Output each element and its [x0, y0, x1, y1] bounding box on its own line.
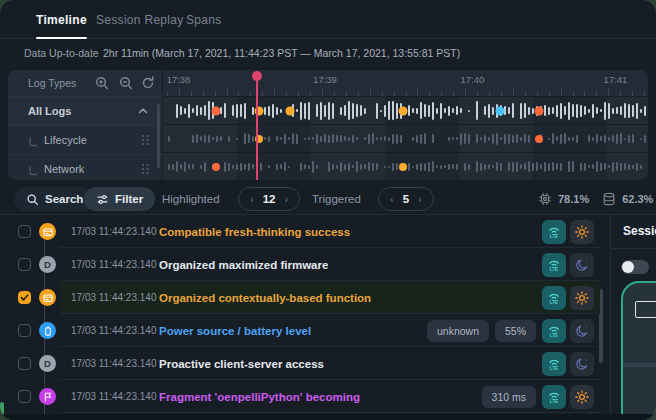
waveform-lifecycle[interactable]	[163, 125, 648, 153]
tab-spans[interactable]: Spans	[186, 0, 222, 38]
green-indicator	[0, 402, 4, 415]
log-group-all-logs[interactable]: All Logs	[8, 97, 162, 126]
waveform-network[interactable]	[163, 153, 648, 180]
tick-mark	[394, 91, 395, 96]
marker-dot[interactable]	[399, 163, 407, 171]
tick-mark	[274, 88, 275, 96]
tick-mark	[334, 91, 335, 96]
row-message[interactable]: Power source / battery level	[159, 325, 311, 337]
app-window: Timeline Session Replay Spans Data Up-to…	[0, 0, 656, 420]
log-row[interactable]: D 17/03 11:44:23.140 Proactive client-se…	[0, 347, 610, 380]
tree-branch-icon	[27, 163, 39, 175]
marker-dot[interactable]	[398, 106, 407, 115]
search-label: Search	[45, 193, 83, 205]
log-group-lifecycle[interactable]: Lifecycle	[8, 126, 162, 155]
marker-dot[interactable]	[285, 106, 294, 115]
row-checkbox[interactable]	[18, 390, 31, 403]
tabs-bar: Timeline Session Replay Spans	[0, 0, 656, 39]
session-title: Session	[623, 224, 656, 238]
log-row[interactable]: D 17/03 11:44:23.140 Organized maximized…	[0, 248, 610, 281]
filter-label: Filter	[115, 193, 143, 205]
marker-dot[interactable]	[495, 106, 504, 115]
tick-label: 17:39	[313, 74, 337, 85]
chevron-up-icon[interactable]	[136, 104, 150, 118]
row-checkbox[interactable]	[18, 291, 31, 304]
refresh-icon[interactable]	[140, 75, 156, 91]
row-checkbox[interactable]	[18, 324, 31, 337]
timeline-ruler[interactable]: 17:3817:3917:4017:41	[163, 70, 648, 97]
lte-signal-icon: LTE	[542, 253, 566, 277]
row-message[interactable]: Proactive client-server access	[159, 358, 324, 370]
stepper-prev[interactable]: ‹	[390, 194, 394, 205]
row-checkbox[interactable]	[18, 258, 31, 271]
log-row[interactable]: 17/03 11:44:23.140 Power source / batter…	[0, 314, 610, 347]
storage-icon	[602, 192, 616, 206]
marker-dot[interactable]	[534, 106, 543, 115]
row-message[interactable]: Organized contextually-based function	[159, 292, 371, 304]
tab-session-replay[interactable]: Session Replay	[96, 0, 184, 38]
marker-dot[interactable]	[535, 135, 543, 143]
drag-handle-icon[interactable]	[138, 162, 152, 176]
row-checkbox[interactable]	[18, 225, 31, 238]
tick-label: 17:40	[461, 74, 485, 85]
battery-icon	[39, 322, 56, 339]
filter-bar: Search Filter Highlighted ‹ 12 › Trigger…	[0, 184, 656, 214]
tick-mark	[537, 91, 538, 96]
drag-handle-icon[interactable]	[138, 133, 152, 147]
zoom-out-icon[interactable]	[118, 75, 134, 91]
zoom-in-icon[interactable]	[94, 75, 110, 91]
tick-mark	[561, 88, 562, 96]
log-types-column: Log Types All Logs	[8, 70, 163, 180]
timeline-track[interactable]: 17:3817:3917:4017:41	[163, 70, 648, 180]
lte-signal-icon: LTE	[542, 385, 566, 409]
tick-mark	[465, 88, 466, 96]
row-badges: 310 ms	[482, 386, 536, 408]
cpu-stat: 78.1%	[538, 192, 589, 206]
time-range: 2hr 11min (March 17, 2021, 11:44:23 PST …	[103, 39, 460, 67]
tick-mark	[346, 91, 347, 96]
window-bottom-edge	[0, 414, 656, 420]
tick-mark	[489, 91, 490, 96]
filter-icon	[96, 193, 109, 206]
log-types-title: Log Types	[28, 70, 76, 96]
letter-d-icon: D	[39, 355, 56, 372]
waveform-all-logs[interactable]	[163, 97, 648, 125]
svg-text:LTE: LTE	[550, 366, 558, 371]
tick-mark	[608, 88, 609, 96]
log-row[interactable]: 17/03 11:44:23.140 Fragment 'oenpelliPyt…	[0, 380, 610, 413]
stepper-next[interactable]: ›	[418, 194, 422, 205]
session-panel: Session Da	[610, 214, 656, 420]
panel-scrollbar[interactable]	[157, 104, 160, 168]
row-checkbox[interactable]	[18, 357, 31, 370]
log-row[interactable]: 17/03 11:44:23.140 Organized contextuall…	[0, 281, 610, 314]
tick-mark	[203, 91, 204, 96]
info-bar: Data Up-to-date 2hr 11min (March 17, 202…	[0, 39, 656, 67]
tick-mark	[179, 88, 180, 96]
tick-mark	[406, 91, 407, 96]
playhead-line[interactable]	[256, 77, 258, 180]
row-message[interactable]: Compatible fresh-thinking success	[159, 226, 350, 238]
row-timestamp: 17/03 11:44:23.140	[71, 325, 159, 336]
tab-timeline[interactable]: Timeline	[36, 0, 87, 38]
stepper-prev[interactable]: ‹	[250, 194, 254, 205]
svg-text:LTE: LTE	[550, 399, 558, 404]
tick-mark	[429, 91, 430, 96]
tick-mark	[238, 91, 239, 96]
filter-button[interactable]: Filter	[84, 187, 155, 211]
dark-mode-toggle[interactable]	[621, 260, 649, 274]
row-status-icons: LTE	[542, 220, 594, 244]
group-label: Network	[44, 155, 84, 180]
log-row[interactable]: 17/03 11:44:23.140 Compatible fresh-thin…	[0, 215, 610, 248]
letter-d-icon: D	[39, 256, 56, 273]
tick-mark	[286, 91, 287, 96]
lte-signal-icon: LTE	[542, 220, 566, 244]
row-message[interactable]: Fragment 'oenpelliPython' becoming	[159, 391, 360, 403]
marker-dot[interactable]	[211, 106, 220, 115]
stepper-next[interactable]: ›	[284, 194, 288, 205]
tick-mark	[167, 91, 168, 96]
log-group-network[interactable]: Network	[8, 155, 162, 180]
svg-text:LTE: LTE	[550, 234, 558, 239]
device-stats: 78.1% 62.3%	[538, 184, 653, 214]
marker-dot[interactable]	[212, 163, 220, 171]
row-message[interactable]: Organized maximized firmware	[159, 259, 328, 271]
